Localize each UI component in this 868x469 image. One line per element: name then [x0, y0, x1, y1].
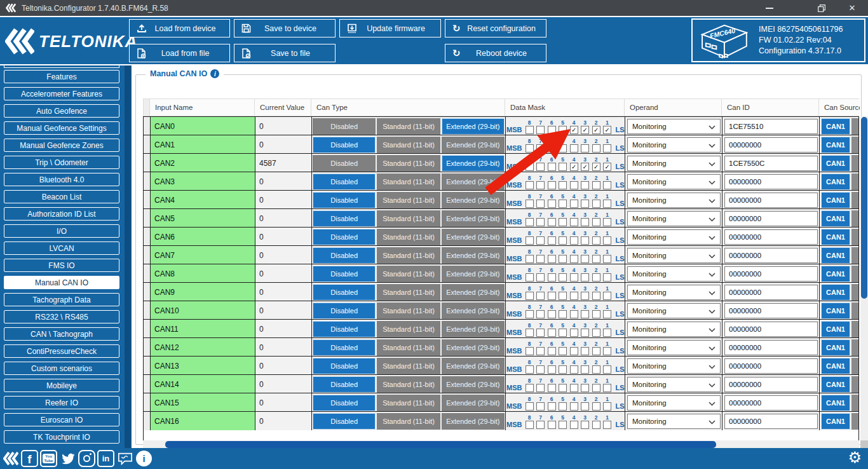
mask-bit-5-checkbox[interactable] [559, 384, 567, 392]
row-selector[interactable] [144, 283, 150, 301]
vertical-scrollbar[interactable] [860, 116, 868, 440]
row-selector[interactable] [144, 191, 150, 209]
instagram-icon[interactable] [78, 450, 95, 467]
mask-bit-7-checkbox[interactable] [536, 329, 545, 337]
can-source-next-button[interactable] [851, 210, 859, 227]
can-source-can1-button[interactable]: CAN1 [821, 339, 850, 356]
mask-bit-2-checkbox[interactable] [592, 200, 600, 208]
mask-bit-1-checkbox[interactable] [603, 181, 611, 189]
can-type-extended-29bit-button[interactable]: Extended (29-bit) [442, 192, 505, 208]
can-type-standard-11bit-button[interactable]: Standard (11-bit) [377, 173, 440, 190]
mask-bit-4-checkbox[interactable] [570, 218, 578, 226]
operand-select[interactable]: Monitoring [627, 395, 721, 411]
mask-bit-5-checkbox[interactable] [559, 347, 567, 355]
mask-bit-5-checkbox[interactable] [559, 421, 567, 429]
can-type-extended-29bit-button[interactable]: Extended (29-bit) [442, 266, 505, 282]
mask-bit-6-checkbox[interactable] [548, 402, 556, 411]
can-source-next-button[interactable] [851, 229, 859, 245]
info-icon[interactable]: i [210, 69, 219, 78]
mask-bit-3-checkbox[interactable] [581, 421, 589, 429]
can-source-can1-button[interactable]: CAN1 [821, 321, 850, 337]
operand-select[interactable]: Monitoring [627, 340, 721, 355]
mask-bit-5-checkbox[interactable] [559, 273, 567, 282]
sidebar-item-manual-can-io[interactable]: Manual CAN IO [4, 276, 119, 289]
mask-bit-2-checkbox[interactable] [592, 402, 600, 411]
can-type-standard-11bit-button[interactable]: Standard (11-bit) [377, 155, 440, 172]
row-selector[interactable] [144, 412, 150, 430]
can-id-input[interactable] [724, 211, 818, 226]
mask-bit-3-checkbox[interactable]: ✓ [581, 126, 589, 134]
mask-bit-6-checkbox[interactable] [548, 144, 556, 153]
mask-bit-8-checkbox[interactable] [526, 273, 534, 282]
mask-bit-6-checkbox[interactable] [548, 218, 556, 226]
can-id-input[interactable] [724, 377, 818, 392]
mask-bit-2-checkbox[interactable] [592, 273, 600, 282]
sidebar-item-partial[interactable] [4, 65, 119, 68]
mask-bit-6-checkbox[interactable] [548, 329, 556, 337]
row-selector[interactable] [144, 301, 150, 320]
sidebar-item-auto-geofence[interactable]: Auto Geofence [4, 104, 119, 118]
row-selector[interactable] [144, 172, 150, 191]
can-source-can1-button[interactable]: CAN1 [821, 210, 850, 227]
sidebar-item-reefer-io[interactable]: Reefer IO [4, 396, 119, 409]
can-type-extended-29bit-button[interactable]: Extended (29-bit) [442, 321, 505, 337]
can-source-next-button[interactable] [851, 376, 859, 393]
can-source-next-button[interactable] [851, 118, 859, 135]
mask-bit-1-checkbox[interactable] [603, 218, 611, 226]
mask-bit-2-checkbox[interactable]: ✓ [592, 163, 600, 171]
can-type-disabled-button[interactable]: Disabled [313, 266, 376, 282]
can-id-input[interactable] [724, 248, 818, 263]
can-type-extended-29bit-button[interactable]: Extended (29-bit) [442, 247, 505, 264]
operand-select[interactable]: Monitoring [627, 211, 721, 226]
mask-bit-4-checkbox[interactable] [570, 384, 578, 392]
can-id-input[interactable] [724, 119, 818, 134]
can-source-next-button[interactable] [851, 284, 859, 301]
can-type-standard-11bit-button[interactable]: Standard (11-bit) [377, 229, 440, 245]
mask-bit-8-checkbox[interactable] [526, 218, 534, 226]
mask-bit-6-checkbox[interactable] [548, 421, 556, 429]
mask-bit-2-checkbox[interactable] [592, 329, 600, 337]
mask-bit-1-checkbox[interactable] [603, 421, 611, 429]
mask-bit-3-checkbox[interactable] [581, 255, 589, 263]
mask-bit-8-checkbox[interactable] [526, 310, 534, 318]
mask-bit-7-checkbox[interactable] [536, 365, 545, 374]
can-id-input[interactable] [724, 229, 818, 245]
can-source-next-button[interactable] [851, 137, 859, 153]
row-selector[interactable] [144, 117, 150, 135]
can-source-next-button[interactable] [851, 395, 859, 411]
mask-bit-4-checkbox[interactable] [570, 292, 578, 300]
mask-bit-6-checkbox[interactable] [548, 347, 556, 355]
can-id-input[interactable] [724, 358, 818, 374]
load-from-file-button[interactable]: Load from file [129, 44, 230, 62]
mask-bit-1-checkbox[interactable] [603, 310, 611, 318]
teltonika-logo-icon[interactable] [2, 450, 19, 467]
operand-select[interactable]: Monitoring [627, 119, 721, 134]
mask-bit-4-checkbox[interactable] [570, 200, 578, 208]
can-type-disabled-button[interactable]: Disabled [313, 229, 376, 245]
can-source-can1-button[interactable]: CAN1 [821, 413, 850, 430]
row-selector[interactable] [144, 320, 150, 338]
mask-bit-7-checkbox[interactable] [536, 236, 545, 245]
can-type-extended-29bit-button[interactable]: Extended (29-bit) [442, 137, 505, 153]
mask-bit-8-checkbox[interactable] [526, 292, 534, 300]
can-type-extended-29bit-button[interactable]: Extended (29-bit) [442, 210, 505, 227]
can-type-disabled-button[interactable]: Disabled [313, 302, 376, 319]
can-id-input[interactable] [724, 193, 818, 208]
can-type-disabled-button[interactable]: Disabled [313, 284, 376, 301]
mask-bit-5-checkbox[interactable] [559, 181, 567, 189]
can-type-disabled-button[interactable]: Disabled [313, 173, 376, 190]
mask-bit-2-checkbox[interactable] [592, 365, 600, 374]
mask-bit-1-checkbox[interactable] [603, 236, 611, 245]
mask-bit-4-checkbox[interactable] [570, 402, 578, 411]
sidebar-item-accelerometer-features[interactable]: Accelerometer Features [4, 87, 119, 100]
operand-select[interactable]: Monitoring [627, 137, 721, 153]
mask-bit-1-checkbox[interactable] [603, 329, 611, 337]
row-selector[interactable] [144, 393, 150, 412]
mask-bit-1-checkbox[interactable]: ✓ [603, 126, 611, 134]
mask-bit-3-checkbox[interactable] [581, 144, 589, 153]
can-id-input[interactable] [724, 156, 818, 171]
can-type-extended-29bit-button[interactable]: Extended (29-bit) [442, 339, 505, 356]
mask-bit-8-checkbox[interactable] [526, 384, 534, 392]
can-source-next-button[interactable] [851, 358, 859, 374]
can-type-disabled-button[interactable]: Disabled [313, 210, 376, 227]
